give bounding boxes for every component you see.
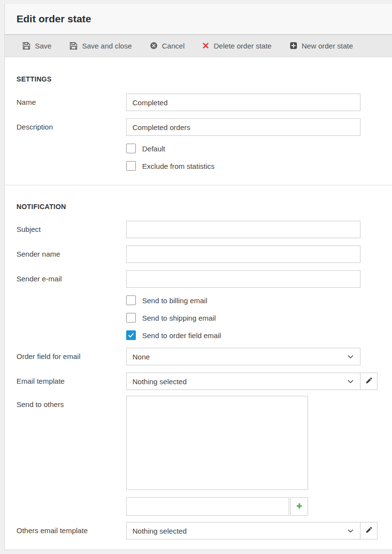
send-to-others-list[interactable] xyxy=(126,396,308,490)
notification-section-heading: NOTIFICATION xyxy=(5,185,392,211)
exclude-from-statistics-checkbox[interactable] xyxy=(126,161,136,171)
send-to-billing-checkbox-row: Send to billing email xyxy=(126,295,392,305)
save-and-close-button[interactable]: Save and close xyxy=(69,42,132,50)
save-button[interactable]: Save xyxy=(22,42,51,50)
edit-email-template-button[interactable] xyxy=(360,373,377,390)
edit-order-state-panel: Edit order state Save Save and cl xyxy=(4,4,392,550)
sender-email-row: Sender e-mail xyxy=(5,270,392,288)
default-checkbox-row: Default xyxy=(126,144,392,153)
order-field-for-email-row: Order field for email None xyxy=(5,348,392,365)
others-email-template-select[interactable]: Nothing selected xyxy=(126,522,360,539)
name-input[interactable] xyxy=(126,94,360,111)
email-template-select[interactable]: Nothing selected xyxy=(126,373,360,390)
chevron-down-icon xyxy=(347,527,354,536)
delete-order-state-button-label: Delete order state xyxy=(213,42,271,50)
order-field-for-email-selected-value: None xyxy=(132,353,150,361)
chevron-down-icon xyxy=(347,353,354,362)
plus-icon xyxy=(295,502,303,511)
sender-name-label: Sender name xyxy=(16,245,126,263)
new-order-state-button-label: New order state xyxy=(302,42,353,50)
send-to-others-row: Send to others xyxy=(5,396,392,490)
add-other-email-button[interactable] xyxy=(290,497,308,516)
checkmark-icon xyxy=(128,332,134,339)
email-template-row: Email template Nothing selected xyxy=(5,373,392,390)
sender-name-row: Sender name xyxy=(5,245,392,263)
email-template-selected-value: Nothing selected xyxy=(132,377,187,386)
save-and-close-button-label: Save and close xyxy=(82,42,132,50)
save-button-label: Save xyxy=(35,42,51,50)
send-to-order-field-email-checkbox[interactable] xyxy=(126,330,136,340)
others-email-template-label: Others email template xyxy=(16,522,126,539)
description-input[interactable] xyxy=(126,118,360,136)
pencil-icon xyxy=(365,377,373,386)
send-to-shipping-checkbox-row: Send to shipping email xyxy=(126,313,392,323)
plus-square-icon xyxy=(290,42,297,49)
toolbar: Save Save and close Cancel xyxy=(5,34,392,57)
order-field-for-email-label: Order field for email xyxy=(16,348,126,365)
sender-name-input[interactable] xyxy=(126,245,360,263)
other-email-input[interactable] xyxy=(126,497,289,516)
exclude-from-statistics-checkbox-row: Exclude from statistics xyxy=(126,161,392,171)
default-checkbox-label: Default xyxy=(142,145,165,153)
cancel-button-label: Cancel xyxy=(162,42,185,50)
chevron-down-icon xyxy=(347,378,354,387)
send-to-order-field-email-label: Send to order field email xyxy=(142,331,221,340)
others-email-template-selected-value: Nothing selected xyxy=(132,527,187,535)
save-icon xyxy=(22,42,31,50)
send-to-others-label: Send to others xyxy=(16,396,126,490)
subject-input[interactable] xyxy=(126,221,360,238)
sender-email-label: Sender e-mail xyxy=(16,270,126,288)
others-email-template-row: Others email template Nothing selected xyxy=(5,522,392,539)
default-checkbox[interactable] xyxy=(126,144,136,153)
pencil-icon xyxy=(365,526,373,535)
description-row: Description xyxy=(5,118,392,136)
name-label: Name xyxy=(16,94,126,111)
edit-others-email-template-button[interactable] xyxy=(360,522,377,539)
exclude-from-statistics-checkbox-label: Exclude from statistics xyxy=(142,162,214,170)
form-content: SETTINGS Name Description Default Exclud… xyxy=(5,57,392,550)
new-order-state-button[interactable]: New order state xyxy=(290,42,353,50)
cancel-circle-icon xyxy=(150,42,158,49)
subject-label: Subject xyxy=(16,221,126,238)
page-header: Edit order state xyxy=(5,4,392,34)
cancel-button[interactable]: Cancel xyxy=(150,42,185,50)
send-to-shipping-email-checkbox[interactable] xyxy=(126,313,136,323)
send-to-billing-email-checkbox[interactable] xyxy=(126,295,136,305)
send-to-order-field-checkbox-row: Send to order field email xyxy=(126,330,392,340)
send-to-billing-email-label: Send to billing email xyxy=(142,296,207,305)
page-title: Edit order state xyxy=(16,13,91,25)
delete-x-icon xyxy=(202,42,209,49)
settings-section-heading: SETTINGS xyxy=(5,57,392,83)
order-field-for-email-select[interactable]: None xyxy=(126,348,360,365)
subject-row: Subject xyxy=(5,221,392,238)
add-other-email-row xyxy=(126,497,392,516)
send-to-shipping-email-label: Send to shipping email xyxy=(142,314,216,322)
delete-order-state-button[interactable]: Delete order state xyxy=(202,42,271,50)
name-row: Name xyxy=(5,94,392,111)
description-label: Description xyxy=(16,118,126,136)
email-template-label: Email template xyxy=(16,373,126,390)
sender-email-input[interactable] xyxy=(126,270,360,288)
save-icon xyxy=(69,42,78,50)
